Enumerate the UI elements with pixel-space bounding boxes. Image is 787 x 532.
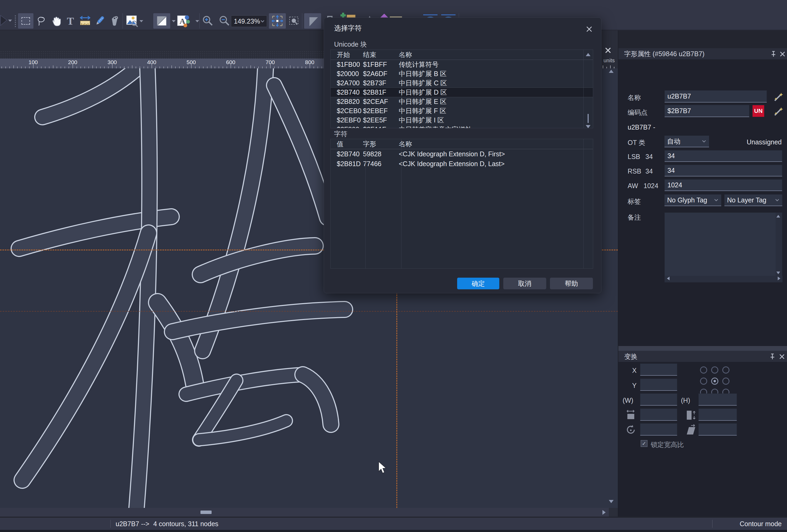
- lasso-tool-button[interactable]: [34, 13, 48, 29]
- height-input[interactable]: [698, 394, 737, 406]
- fit-window-button[interactable]: [269, 13, 286, 29]
- block-list-scroll-thumb[interactable]: [588, 114, 589, 123]
- comment-label: 备注: [628, 213, 641, 222]
- x-input[interactable]: [640, 363, 677, 376]
- canvas-hscroll-thumb[interactable]: [200, 511, 212, 514]
- comment-scroll-up-arrow[interactable]: [777, 215, 780, 218]
- glyph-name-input[interactable]: [664, 90, 767, 103]
- block-list-scrollbar[interactable]: [583, 50, 593, 128]
- layer-tag-dropdown[interactable]: No Layer Tag: [724, 195, 782, 206]
- origin-top-center[interactable]: [711, 367, 718, 374]
- canvas-hscroll-right-arrow[interactable]: [602, 510, 605, 515]
- column-header-glyph[interactable]: 字形: [363, 140, 399, 148]
- glyph-properties-header[interactable]: 字形属性 (#59846 u2B7B7): [618, 48, 787, 59]
- comment-scroll-right-arrow[interactable]: [778, 276, 780, 280]
- transform-close-icon[interactable]: [779, 353, 785, 360]
- ok-button[interactable]: 确定: [457, 278, 499, 289]
- measure-tool-button[interactable]: [78, 13, 92, 29]
- origin-mid-left[interactable]: [700, 378, 707, 385]
- zoom-out-button[interactable]: [217, 13, 232, 29]
- unicode-block-list-header[interactable]: 开始 结束 名称: [331, 50, 593, 60]
- comment-textarea[interactable]: [665, 213, 776, 276]
- show-background-button[interactable]: [304, 13, 321, 29]
- transform-pin-icon[interactable]: [769, 353, 776, 360]
- column-header-value[interactable]: 值: [331, 140, 363, 148]
- lock-aspect-checkbox[interactable]: ✓: [641, 440, 647, 447]
- glyph-color-tool-button[interactable]: A: [176, 13, 191, 29]
- comment-scroll-down-arrow[interactable]: [777, 271, 780, 274]
- column-header-end[interactable]: 结束: [363, 50, 399, 59]
- origin-mid-right[interactable]: [722, 378, 729, 385]
- unicode-block-row[interactable]: $2A700 $2B73F 中日韩扩展 C 区: [331, 79, 593, 88]
- dialog-close-icon[interactable]: [585, 25, 593, 33]
- unicode-block-row[interactable]: $2B820 $2CEAF 中日韩扩展 E 区: [331, 97, 593, 106]
- image-import-tool-button[interactable]: [125, 13, 139, 29]
- ruler-tick-label: 400: [147, 59, 156, 65]
- transform-header[interactable]: 变换: [618, 351, 787, 362]
- pan-hand-tool-button[interactable]: [48, 13, 63, 29]
- contrast-dropdown-caret-icon[interactable]: [172, 20, 175, 22]
- glyph-properties-close-icon[interactable]: [779, 51, 786, 58]
- comment-vscrollbar[interactable]: [775, 213, 782, 276]
- help-button[interactable]: 帮助: [550, 278, 593, 289]
- pin-icon[interactable]: [770, 50, 777, 58]
- skew-input[interactable]: [698, 423, 737, 436]
- block-list-scroll-down-arrow[interactable]: [586, 125, 591, 128]
- character-row[interactable]: $2B81D 77466 <CJK Ideograph Extension D,…: [331, 159, 593, 169]
- zoom-in-button[interactable]: [200, 13, 215, 29]
- tool-dropdown-caret-icon[interactable]: [8, 20, 12, 22]
- zoom-region-button[interactable]: [287, 13, 301, 29]
- block-list-scroll-up-arrow[interactable]: [586, 53, 591, 56]
- background-contrast-tool-button[interactable]: [153, 13, 170, 29]
- comment-hscrollbar[interactable]: [665, 276, 783, 282]
- rotate-input[interactable]: [640, 423, 677, 436]
- text-tool-button[interactable]: T: [63, 13, 78, 29]
- unicode-block-row[interactable]: $1FB00 $1FBFF 传统计算符号: [331, 60, 593, 69]
- character-table-header[interactable]: 值 字形 名称: [331, 139, 593, 149]
- scale-height-input[interactable]: [698, 408, 737, 421]
- column-header-charname[interactable]: 名称: [399, 140, 593, 148]
- canvas-vscroll-up-arrow[interactable]: [609, 70, 614, 73]
- character-table[interactable]: 值 字形 名称 $2B740 59828 <CJK Ideograph Exte…: [331, 139, 593, 269]
- codepoint-wand-icon[interactable]: [772, 106, 784, 117]
- aw-input[interactable]: [664, 179, 782, 191]
- y-input[interactable]: [640, 379, 677, 391]
- lock-aspect-label: 锁定宽高比: [651, 440, 684, 449]
- origin-top-right[interactable]: [722, 367, 729, 374]
- origin-center[interactable]: [711, 378, 718, 385]
- zoom-level-combo[interactable]: 149.23%: [231, 15, 267, 27]
- glyph-tag-dropdown[interactable]: No Glyph Tag: [664, 195, 721, 206]
- origin-top-left[interactable]: [700, 367, 707, 374]
- unicode-block-row[interactable]: $2B740 $2B81F 中日韩扩展 D 区: [331, 88, 593, 97]
- canvas-hscrollbar[interactable]: [0, 508, 609, 517]
- cancel-button[interactable]: 取消: [503, 278, 546, 289]
- unicode-block-row[interactable]: $2F800 $2FA1F 中日韩兼容表意文字增补: [331, 125, 593, 128]
- width-input[interactable]: [640, 394, 677, 406]
- knife-tool-button[interactable]: [92, 13, 107, 29]
- glyph-window-close-icon[interactable]: [603, 46, 613, 56]
- lsb-input[interactable]: [664, 150, 782, 162]
- glyph-color-dropdown-caret-icon[interactable]: [195, 20, 199, 22]
- scale-width-input[interactable]: [640, 408, 677, 421]
- column-header-name[interactable]: 名称: [399, 50, 593, 59]
- image-import-dropdown-caret-icon[interactable]: [140, 20, 143, 22]
- panel-splitter[interactable]: [618, 346, 787, 351]
- unicode-block-row[interactable]: $2EBF0 $2EE5F 中日韩扩展 I 区: [331, 115, 593, 125]
- unicode-block-row[interactable]: $20000 $2A6DF 中日韩扩展 B 区: [331, 69, 593, 79]
- comment-scroll-left-arrow[interactable]: [667, 276, 669, 280]
- toolbar-grip-handle[interactable]: [15, 15, 16, 27]
- codepoint-input[interactable]: [664, 105, 749, 117]
- tag-icon: [108, 15, 120, 27]
- rect-select-tool-button[interactable]: [18, 13, 34, 29]
- unicode-block-row[interactable]: $2CEB0 $2EBEF 中日韩扩展 F 区: [331, 106, 593, 115]
- canvas-vscroll-down-arrow[interactable]: [609, 500, 614, 503]
- rsb-input[interactable]: [664, 165, 782, 176]
- unicode-block-list[interactable]: 开始 结束 名称 $1FB00 $1FBFF 传统计算符号 $20000 $2A…: [331, 49, 593, 128]
- unicode-badge-icon[interactable]: UN: [752, 105, 764, 117]
- character-row[interactable]: $2B740 59828 <CJK Ideograph Extension D,…: [331, 149, 593, 159]
- tag-tool-button[interactable]: [107, 13, 122, 29]
- guideline-horizontal-faint[interactable]: [0, 311, 618, 312]
- name-wand-icon[interactable]: [772, 91, 784, 103]
- column-header-start[interactable]: 开始: [331, 50, 363, 59]
- ot-class-dropdown[interactable]: 自动: [664, 136, 709, 147]
